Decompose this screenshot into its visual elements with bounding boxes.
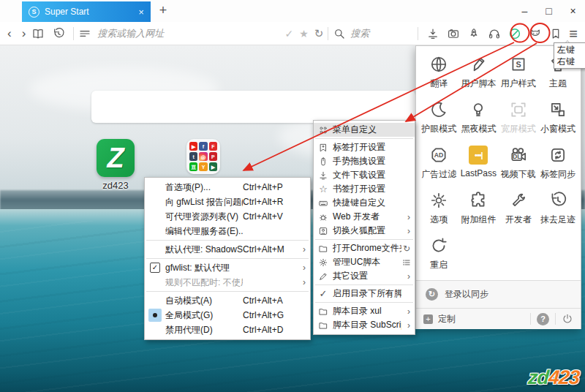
menu-item-hotkey-customize[interactable]: 快捷键自定义 [314, 196, 415, 210]
panel-item-lastpass[interactable]: •••| LastPass [458, 144, 498, 189]
menu-item-auto-mode[interactable]: 自动模式(A) Ctrl+Alt+A [145, 293, 310, 308]
menu-item-bookmark-open-settings[interactable]: ☆ 书签打开设置 [314, 182, 415, 196]
power-exit-icon[interactable] [562, 313, 573, 325]
panel-item-video-download[interactable]: DL 视频下载 [499, 144, 538, 189]
proxy-autoproxy-icon[interactable] [508, 27, 521, 40]
menu-item-gesture-settings[interactable]: 手势拖拽设置 [314, 154, 415, 168]
panel-item-eye-care-mode[interactable]: 护眼模式 [419, 99, 458, 144]
menu-item-other-settings[interactable]: 其它设置 › [314, 269, 415, 283]
menu-item-preferences[interactable]: 首选项(P)... Ctrl+Alt+P [145, 180, 310, 195]
panel-item-tab-sync[interactable]: 标签同步 [538, 144, 578, 189]
star-icon[interactable]: ★ [299, 28, 309, 39]
reader-list-icon[interactable] [78, 27, 91, 40]
gear-icon [314, 257, 333, 268]
menu-item-switch-firefox-profile[interactable]: 切换火狐配置 › [314, 224, 415, 238]
library-icon[interactable] [31, 27, 45, 40]
puzzle-icon [469, 191, 488, 210]
submenu-arrow-icon: › [401, 212, 410, 222]
bookmark-icon[interactable] [549, 27, 562, 40]
panel-item-ad-filter[interactable]: AD 广告过滤 [419, 144, 458, 189]
menu-item-edit-proxy-server[interactable]: 编辑代理服务器(E)... [145, 224, 310, 238]
zd423-dial-label: zd423 [86, 180, 145, 191]
help-icon[interactable]: ? [537, 313, 549, 325]
menu-item-manage-uc-scripts[interactable]: 管理UC脚本 [314, 255, 415, 269]
customize-label[interactable]: 定制 [438, 313, 456, 325]
panel-item-widescreen-mode[interactable]: 宽屏模式 [499, 99, 538, 144]
pen-icon [314, 271, 333, 282]
script-scroll-icon [469, 55, 488, 74]
svg-text:DL: DL [513, 153, 521, 160]
titlebar: S Super Start × + – □ × [0, 0, 585, 22]
tab-super-start[interactable]: S Super Start × [22, 1, 151, 22]
uc-script-cat-icon[interactable] [529, 27, 542, 40]
maximize-button[interactable]: □ [537, 0, 561, 22]
panel-item-developer[interactable]: 开发者 [499, 189, 538, 235]
proxy-context-menu: 首选项(P)... Ctrl+Alt+P 向 gfwList 报告问题(R)..… [144, 177, 311, 340]
panel-item-small-window-mode[interactable]: 小窗模式 [538, 99, 578, 144]
folder-dial-group[interactable]: ▶ f F t ◎ P 豆 Y ▶ [186, 139, 220, 174]
screenshot-camera-icon[interactable] [447, 27, 460, 40]
mouse-hint-tooltip: 左键 右键 [554, 42, 585, 69]
toolbar-separator [418, 27, 418, 40]
menu-item-global-mode[interactable]: 全局模式(G) Ctrl+Alt+G [145, 308, 310, 323]
menu-item-web-developer[interactable]: Web 开发者 › [314, 210, 415, 224]
menu-item-rule-no-match[interactable]: 规则不匹配时: 不使用代理 › [145, 275, 310, 290]
menu-item-download-settings[interactable]: 文件下载设置 [314, 168, 415, 182]
headphones-icon[interactable] [488, 27, 501, 40]
menu-item-gfwlist-rule[interactable]: ✓ gfwlist: 默认代理 › [145, 260, 310, 275]
menu-item-disable-proxy[interactable]: 禁用代理(D) Ctrl+Alt+D [145, 323, 310, 337]
menu-item-menu-customize[interactable]: 菜单自定义 [314, 123, 415, 137]
customize-row: + 定制 ? [416, 308, 581, 329]
page-search-bar[interactable] [91, 91, 415, 123]
panel-item-addons[interactable]: 附加组件 [458, 189, 498, 235]
panel-item-translate[interactable]: 翻译 [419, 53, 458, 99]
forward-button[interactable]: › [22, 27, 26, 39]
menu-separator [146, 240, 309, 241]
submenu-arrow-icon: › [297, 263, 306, 273]
search-input[interactable]: 搜索 [350, 27, 413, 40]
menu-item-enable-all-scripts[interactable]: ✓ 启用目录下所有脚本 [314, 287, 415, 301]
panel-item-erase-tracks[interactable]: 抹去足迹 [538, 189, 578, 235]
submenu-arrow-icon: › [401, 271, 410, 282]
toolbar: ‹ › 搜索或输入网址 ✓ ★ ↻ 搜索 [0, 22, 585, 45]
panel-item-options[interactable]: 选项 [419, 189, 458, 235]
menu-item-report-gfwlist[interactable]: 向 gfwList 报告问题(R)... Ctrl+Alt+R [145, 195, 310, 209]
tab-close-icon[interactable]: × [138, 7, 144, 18]
youtube-icon: ▶ [189, 142, 197, 151]
menu-item-script-dir-xul[interactable]: 脚本目录 xul › [314, 304, 415, 318]
hamburger-menu-icon[interactable]: ≡ [569, 26, 578, 41]
site-icon: Y [199, 162, 207, 171]
zd423-dial-icon[interactable]: Z [97, 139, 135, 177]
check-icon: ✓ [314, 289, 333, 298]
menu-item-proxyable-list[interactable]: 可代理资源列表(V) Ctrl+Alt+V [145, 209, 310, 224]
new-tab-button[interactable]: + [155, 3, 171, 18]
panel-item-user-styles[interactable]: S 用户样式 [499, 53, 538, 99]
panel-item-user-scripts[interactable]: 用户脚本 [458, 53, 498, 99]
panel-item-night-mode[interactable]: 黑夜模式 [458, 99, 498, 144]
menu-item-open-chrome-folder[interactable]: 打开Chrome文件夹 ↻ [314, 241, 415, 255]
zd423-watermark: zd423 [527, 366, 580, 389]
folder-icon [314, 320, 333, 331]
menu-item-script-dir-subscript[interactable]: 脚本目录 SubScript › [314, 318, 415, 332]
panel-item-restart[interactable]: 重启 [419, 235, 458, 280]
reload-icon[interactable]: ↻ [314, 28, 324, 39]
menu-item-tab-open-settings[interactable]: 标签打开设置 [314, 140, 415, 154]
back-button[interactable]: ‹ [7, 27, 12, 39]
submenu-arrow-icon: › [401, 320, 410, 331]
lastpass-icon: •••| [469, 146, 488, 165]
sync-icon: ↻ [426, 288, 438, 301]
menu-item-default-proxy[interactable]: 默认代理: ShadowSocks Ctrl+Alt+M › [145, 242, 310, 257]
small-window-icon [548, 100, 567, 119]
signin-to-sync-row[interactable]: ↻ 登录以同步 [416, 280, 581, 308]
download-icon[interactable] [426, 27, 439, 40]
close-button[interactable]: × [561, 0, 585, 22]
check-icon[interactable]: ✓ [284, 28, 293, 39]
customize-icon: + [423, 314, 433, 324]
gear-icon [429, 191, 448, 210]
minimize-button[interactable]: – [513, 0, 537, 22]
history-icon[interactable] [52, 27, 65, 40]
keyboard-icon [314, 198, 333, 208]
profile-icon [314, 226, 333, 236]
rocket-icon[interactable] [467, 27, 480, 40]
url-input[interactable]: 搜索或输入网址 [97, 27, 284, 40]
